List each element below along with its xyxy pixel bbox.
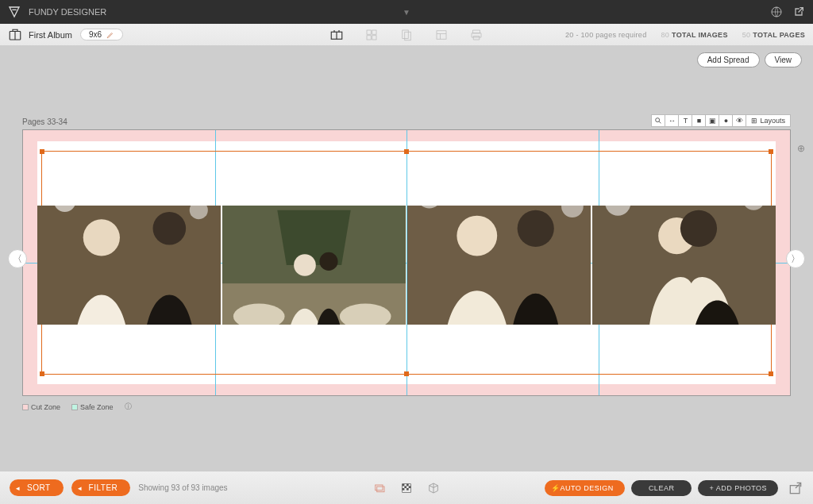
print-view-icon[interactable] bbox=[469, 28, 484, 42]
view-button[interactable]: View bbox=[765, 52, 803, 67]
open-external-icon[interactable] bbox=[792, 6, 805, 18]
photo-4[interactable] bbox=[592, 206, 776, 325]
svg-point-13 bbox=[153, 212, 187, 245]
app-title: FUNDY DESIGNER bbox=[29, 7, 106, 17]
svg-rect-34 bbox=[377, 487, 384, 492]
svg-point-24 bbox=[518, 210, 554, 247]
total-pages-label: TOTAL PAGES bbox=[753, 31, 805, 39]
safe-zone-label: Safe Zone bbox=[80, 403, 114, 411]
svg-rect-8 bbox=[405, 32, 411, 40]
sort-button[interactable]: ◂SORT bbox=[10, 479, 64, 496]
svg-rect-4 bbox=[372, 30, 376, 34]
stack-icon[interactable] bbox=[373, 482, 386, 494]
layout-view-icon[interactable] bbox=[434, 28, 449, 42]
photo-1[interactable] bbox=[37, 206, 221, 325]
pages-label: Pages 33-34 bbox=[22, 117, 791, 126]
pages-view-icon[interactable] bbox=[399, 28, 414, 42]
svg-rect-37 bbox=[406, 483, 409, 486]
add-element-icon[interactable]: ⊕ bbox=[797, 143, 808, 154]
zone-legend: Cut Zone Safe Zone ⓘ bbox=[22, 402, 132, 412]
app-logo-icon bbox=[8, 6, 21, 18]
svg-rect-38 bbox=[404, 486, 406, 488]
topbar-dropdown-icon[interactable]: ▼ bbox=[403, 8, 410, 17]
album-stats: 20 - 100 pages required 80TOTAL IMAGES 5… bbox=[565, 31, 805, 39]
legend-help-icon[interactable]: ⓘ bbox=[125, 402, 132, 412]
album-size-pill[interactable]: 9x6 bbox=[80, 29, 123, 40]
export-icon[interactable] bbox=[788, 480, 803, 496]
add-photos-button[interactable]: + ADD PHOTOS bbox=[698, 480, 778, 496]
svg-rect-6 bbox=[372, 35, 376, 39]
svg-rect-41 bbox=[406, 488, 409, 491]
showing-count: Showing 93 of 93 images bbox=[138, 483, 227, 492]
auto-design-button[interactable]: ⚡AUTO DESIGN bbox=[545, 480, 625, 496]
photo-2[interactable] bbox=[222, 206, 406, 325]
next-spread-button[interactable]: 〉 bbox=[786, 249, 805, 268]
svg-rect-9 bbox=[437, 30, 446, 39]
svg-rect-42 bbox=[790, 485, 800, 493]
svg-point-30 bbox=[680, 210, 717, 247]
svg-rect-39 bbox=[409, 486, 411, 488]
bottom-bar: ◂SORT ◂FILTER Showing 93 of 93 images ⚡A… bbox=[0, 471, 813, 504]
svg-point-12 bbox=[83, 219, 120, 256]
photo-row bbox=[37, 206, 776, 325]
view-mode-tools bbox=[329, 28, 484, 42]
total-images-count: 80 bbox=[661, 31, 669, 39]
svg-rect-40 bbox=[403, 488, 405, 491]
svg-rect-36 bbox=[403, 483, 405, 486]
svg-point-23 bbox=[457, 216, 497, 256]
app-topbar: FUNDY DESIGNER ▼ bbox=[0, 0, 813, 24]
album-icon bbox=[8, 28, 22, 42]
total-images-label: TOTAL IMAGES bbox=[672, 31, 728, 39]
spread-actions: Add Spread View bbox=[697, 52, 802, 67]
svg-rect-3 bbox=[367, 30, 371, 34]
album-name: First Album bbox=[29, 30, 72, 40]
album-toolbar: First Album 9x6 20 - 100 pages required … bbox=[0, 24, 813, 46]
filter-button[interactable]: ◂FILTER bbox=[71, 479, 131, 496]
svg-rect-11 bbox=[37, 206, 221, 325]
canvas-area: Pages 33-34 bbox=[22, 117, 791, 396]
svg-rect-5 bbox=[367, 35, 371, 39]
svg-point-18 bbox=[294, 254, 316, 276]
cut-zone-label: Cut Zone bbox=[31, 403, 60, 411]
spread[interactable] bbox=[22, 129, 791, 396]
svg-rect-33 bbox=[376, 485, 383, 491]
svg-rect-7 bbox=[403, 30, 409, 39]
photo-3[interactable] bbox=[407, 206, 591, 325]
grid-view-icon[interactable] bbox=[364, 28, 379, 42]
cube-icon[interactable] bbox=[427, 482, 440, 494]
clear-button[interactable]: CLEAR bbox=[631, 480, 692, 496]
edit-icon bbox=[106, 31, 114, 39]
album-size: 9x6 bbox=[89, 30, 102, 39]
add-spread-button[interactable]: Add Spread bbox=[697, 52, 760, 67]
prev-spread-button[interactable]: 〈 bbox=[8, 249, 27, 268]
svg-point-19 bbox=[319, 252, 337, 271]
bottom-center-tools bbox=[373, 482, 440, 494]
spread-view-icon[interactable] bbox=[329, 28, 344, 42]
globe-icon[interactable] bbox=[770, 6, 783, 18]
checker-icon[interactable] bbox=[400, 482, 413, 494]
pages-required-label: 20 - 100 pages required bbox=[565, 31, 646, 39]
total-pages-count: 50 bbox=[742, 31, 751, 39]
